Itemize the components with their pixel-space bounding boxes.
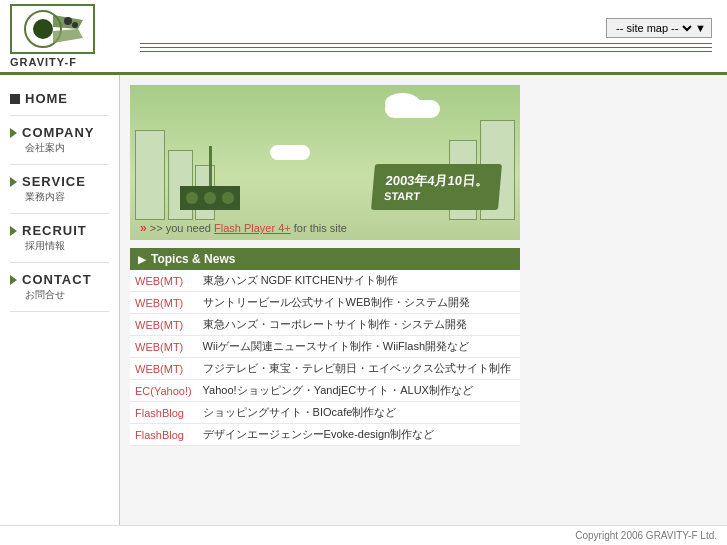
topic-category: WEB(MT)	[130, 358, 198, 380]
sidebar-label-recruit: RECRUIT	[22, 223, 87, 238]
cloud-2	[385, 93, 420, 113]
topic-category: FlashBlog	[130, 424, 198, 446]
contact-arrow-icon	[10, 275, 17, 285]
footer: Copyright 2006 GRAVITY-F Ltd.	[0, 525, 727, 545]
topic-title[interactable]: フジテレビ・東宝・テレビ朝日・エイベックス公式サイト制作	[198, 358, 520, 380]
logo-image	[10, 4, 95, 54]
topic-title[interactable]: 東急ハンズ NGDF KITCHENサイト制作	[198, 270, 520, 292]
sidebar-label-home: HOME	[25, 91, 68, 106]
company-arrow-icon	[10, 128, 17, 138]
nav-divider-5	[10, 311, 109, 312]
logo-name: GRAVITY-F	[10, 56, 77, 68]
traffic-light	[180, 146, 240, 210]
hero-sign: 2003年4月10日。 START	[371, 164, 502, 210]
topic-title[interactable]: Wiiゲーム関連ニュースサイト制作・WiiFlash開発など	[198, 336, 520, 358]
table-row[interactable]: WEB(MT) 東急ハンズ・コーポレートサイト制作・システム開発	[130, 314, 520, 336]
topic-title[interactable]: 東急ハンズ・コーポレートサイト制作・システム開発	[198, 314, 520, 336]
sidebar-label-contact: CONTACT	[22, 272, 92, 287]
svg-point-6	[72, 22, 78, 28]
topics-table: WEB(MT) 東急ハンズ NGDF KITCHENサイト制作 WEB(MT) …	[130, 270, 520, 446]
flash-notice: » >> you need Flash Player 4+ for this s…	[140, 221, 347, 235]
traffic-circle-1	[185, 191, 199, 205]
table-row[interactable]: WEB(MT) サントリービール公式サイトWEB制作・システム開発	[130, 292, 520, 314]
svg-point-2	[33, 19, 53, 39]
header-right: -- site map -- ▼	[130, 18, 717, 55]
sidebar-sub-company: 会社案内	[10, 141, 109, 155]
table-row[interactable]: WEB(MT) Wiiゲーム関連ニュースサイト制作・WiiFlash開発など	[130, 336, 520, 358]
table-row[interactable]: EC(Yahoo!) Yahoo!ショッピング・YandjECサイト・ALUX制…	[130, 380, 520, 402]
sidebar-sub-recruit: 採用情報	[10, 239, 109, 253]
header: GRAVITY-F -- site map -- ▼	[0, 0, 727, 75]
recruit-arrow-icon	[10, 226, 17, 236]
traffic-circle-2	[203, 191, 217, 205]
cloud-3	[270, 145, 310, 160]
sitemap-dropdown[interactable]: -- site map -- ▼	[606, 18, 712, 38]
topic-title[interactable]: デザインエージェンシーEvoke-design制作など	[198, 424, 520, 446]
sidebar-item-company[interactable]: COMPANY 会社案内	[0, 119, 119, 161]
topic-title[interactable]: ショッピングサイト・BIOcafe制作など	[198, 402, 520, 424]
sidebar: HOME COMPANY 会社案内 SERVICE 業務内容	[0, 75, 120, 525]
svg-point-5	[64, 17, 72, 25]
sidebar-item-recruit[interactable]: RECRUIT 採用情報	[0, 217, 119, 259]
flash-prefix: >> you need	[150, 222, 214, 234]
home-square-icon	[10, 94, 20, 104]
traffic-circle-3	[221, 191, 235, 205]
flash-arrow-icon: »	[140, 221, 147, 235]
topics-tbody: WEB(MT) 東急ハンズ NGDF KITCHENサイト制作 WEB(MT) …	[130, 270, 520, 446]
table-row[interactable]: WEB(MT) フジテレビ・東宝・テレビ朝日・エイベックス公式サイト制作	[130, 358, 520, 380]
dropdown-arrow-icon: ▼	[695, 22, 706, 34]
sidebar-item-home[interactable]: HOME	[0, 85, 119, 112]
topics-title: Topics & News	[151, 252, 235, 266]
nav-divider-2	[10, 164, 109, 165]
logo-area: GRAVITY-F	[10, 4, 130, 68]
topic-category: WEB(MT)	[130, 270, 198, 292]
building-1	[135, 130, 165, 220]
header-lines	[140, 43, 712, 55]
sitemap-select[interactable]: -- site map --	[612, 21, 695, 35]
main-layout: HOME COMPANY 会社案内 SERVICE 業務内容	[0, 75, 727, 525]
sidebar-item-contact[interactable]: CONTACT お問合せ	[0, 266, 119, 308]
topic-category: EC(Yahoo!)	[130, 380, 198, 402]
flash-player-link[interactable]: Flash Player 4+	[214, 222, 291, 234]
hero-date: 2003年4月10日。	[385, 172, 489, 190]
topic-category: WEB(MT)	[130, 314, 198, 336]
content-area: 2003年4月10日。 START » >> you need Flash Pl…	[120, 75, 727, 525]
nav-divider-3	[10, 213, 109, 214]
hero-start: START	[384, 190, 488, 202]
nav-divider-1	[10, 115, 109, 116]
topic-category: WEB(MT)	[130, 292, 198, 314]
sidebar-sub-contact: お問合せ	[10, 288, 109, 302]
topics-header: Topics & News	[130, 248, 520, 270]
nav-divider-4	[10, 262, 109, 263]
flash-suffix: for this site	[291, 222, 347, 234]
topic-category: FlashBlog	[130, 402, 198, 424]
service-arrow-icon	[10, 177, 17, 187]
table-row[interactable]: FlashBlog ショッピングサイト・BIOcafe制作など	[130, 402, 520, 424]
hero-banner: 2003年4月10日。 START » >> you need Flash Pl…	[130, 85, 520, 240]
sidebar-label-company: COMPANY	[22, 125, 94, 140]
table-row[interactable]: FlashBlog デザインエージェンシーEvoke-design制作など	[130, 424, 520, 446]
topic-title[interactable]: サントリービール公式サイトWEB制作・システム開発	[198, 292, 520, 314]
sidebar-label-service: SERVICE	[22, 174, 86, 189]
table-row[interactable]: WEB(MT) 東急ハンズ NGDF KITCHENサイト制作	[130, 270, 520, 292]
copyright-text: Copyright 2006 GRAVITY-F Ltd.	[575, 530, 717, 541]
sidebar-item-service[interactable]: SERVICE 業務内容	[0, 168, 119, 210]
topic-category: WEB(MT)	[130, 336, 198, 358]
sidebar-sub-service: 業務内容	[10, 190, 109, 204]
topic-title[interactable]: Yahoo!ショッピング・YandjECサイト・ALUX制作など	[198, 380, 520, 402]
